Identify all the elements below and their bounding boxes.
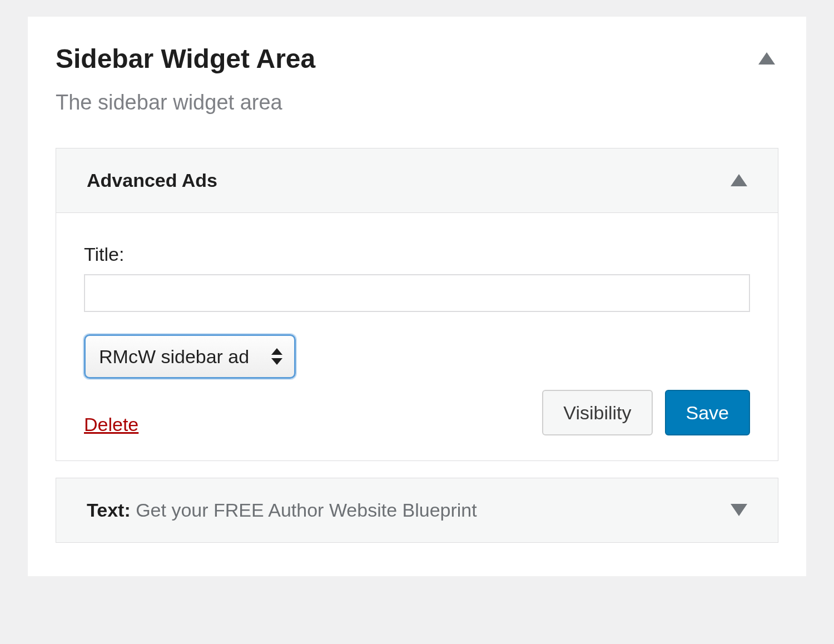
visibility-button[interactable]: Visibility: [542, 390, 652, 435]
chevron-up-icon: [758, 52, 775, 65]
widget-advanced-ads-header[interactable]: Advanced Ads: [56, 148, 778, 213]
widget-text-name: Text: [87, 499, 124, 521]
widget-text-title: Text: Get your FREE Author Website Bluep…: [87, 499, 477, 521]
area-description: The sidebar widget area: [56, 91, 778, 115]
area-title: Sidebar Widget Area: [56, 44, 315, 74]
ad-select[interactable]: RMcW sidebar ad: [84, 334, 296, 379]
sidebar-widget-area-panel: Sidebar Widget Area The sidebar widget a…: [28, 17, 806, 576]
widget-text: Text: Get your FREE Author Website Bluep…: [56, 478, 778, 543]
widget-advanced-ads: Advanced Ads Title: RMcW sidebar ad De: [56, 148, 778, 461]
widget-advanced-ads-title: Advanced Ads: [87, 170, 217, 191]
widget-advanced-ads-body: Title: RMcW sidebar ad Delete Visibility: [56, 213, 778, 460]
widget-text-summary: Get your FREE Author Website Blueprint: [136, 499, 477, 521]
widget-text-header[interactable]: Text: Get your FREE Author Website Bluep…: [56, 478, 778, 542]
chevron-up-icon: [731, 174, 747, 186]
title-field-label: Title:: [84, 244, 750, 265]
title-input[interactable]: [84, 274, 750, 312]
area-collapse-button[interactable]: [755, 49, 778, 68]
delete-link[interactable]: Delete: [84, 414, 138, 435]
save-button[interactable]: Save: [665, 390, 751, 435]
chevron-down-icon: [731, 504, 747, 516]
